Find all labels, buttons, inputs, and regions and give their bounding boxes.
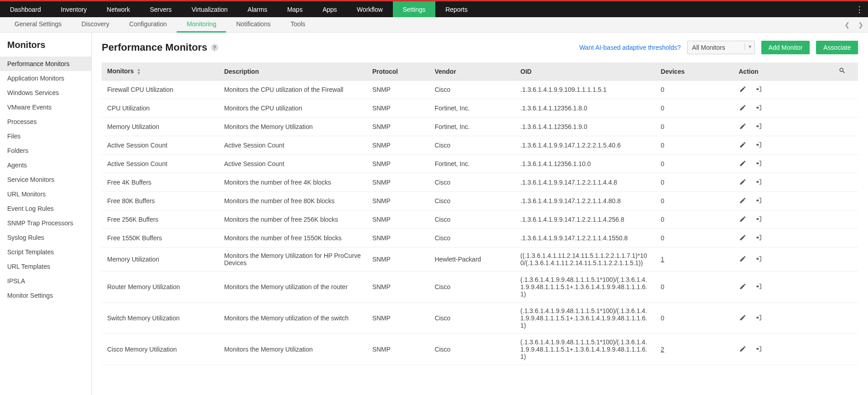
filter-select[interactable]: All Monitors bbox=[687, 41, 755, 54]
sidebar-item-files[interactable]: Files bbox=[0, 129, 91, 143]
cell-devices: 0 bbox=[656, 136, 733, 155]
associate-button[interactable]: Associate bbox=[816, 41, 858, 54]
export-icon[interactable] bbox=[755, 122, 763, 130]
cell-empty bbox=[827, 210, 858, 229]
export-icon[interactable] bbox=[755, 345, 763, 353]
th-monitors[interactable]: Monitors ▲▼ bbox=[102, 62, 219, 81]
edit-icon[interactable] bbox=[739, 255, 747, 263]
sidebar-item-application-monitors[interactable]: Application Monitors bbox=[0, 71, 91, 86]
export-icon[interactable] bbox=[755, 215, 763, 223]
cell-description: Monitors the CPU utilization bbox=[219, 99, 367, 118]
th-search[interactable] bbox=[827, 62, 858, 81]
cell-description: Monitors the number of free 1550K blocks bbox=[219, 229, 367, 247]
sidebar-item-ipsla[interactable]: IPSLA bbox=[0, 274, 91, 288]
ai-thresholds-link[interactable]: Want AI-based adaptive thresholds? bbox=[579, 44, 680, 51]
cell-vendor: Fortinet, Inc. bbox=[429, 99, 515, 118]
topnav-item-reports[interactable]: Reports bbox=[435, 1, 477, 17]
cell-action bbox=[733, 136, 827, 155]
cell-protocol: SNMP bbox=[367, 99, 429, 118]
topnav-item-workflow[interactable]: Workflow bbox=[347, 1, 392, 17]
help-icon[interactable]: ? bbox=[211, 44, 218, 51]
th-vendor[interactable]: Vendor bbox=[429, 62, 515, 81]
sidebar-item-monitor-settings[interactable]: Monitor Settings bbox=[0, 288, 91, 303]
sidebar-item-script-templates[interactable]: Script Templates bbox=[0, 245, 91, 259]
edit-icon[interactable] bbox=[739, 104, 747, 112]
cell-oid: (.1.3.6.1.4.1.9.9.48.1.1.1.5.1*100)/(.1.… bbox=[515, 334, 655, 365]
sidebar-item-service-monitors[interactable]: Service Monitors bbox=[0, 172, 91, 187]
cell-vendor: Hewlett-Packard bbox=[429, 247, 515, 271]
th-devices[interactable]: Devices bbox=[656, 62, 733, 81]
sidebar-item-windows-services[interactable]: Windows Services bbox=[0, 86, 91, 100]
sidebar-item-folders[interactable]: Folders bbox=[0, 143, 91, 158]
edit-icon[interactable] bbox=[739, 178, 747, 186]
topnav-item-maps[interactable]: Maps bbox=[277, 1, 312, 17]
cell-description: Monitors the number of free 80K blocks bbox=[219, 192, 367, 210]
subnav-item-general-settings[interactable]: General Settings bbox=[5, 17, 71, 33]
sidebar-item-syslog-rules[interactable]: Syslog Rules bbox=[0, 230, 91, 245]
sidebar-item-event-log-rules[interactable]: Event Log Rules bbox=[0, 201, 91, 216]
subnav-item-notifications[interactable]: Notifications bbox=[226, 17, 280, 33]
export-icon[interactable] bbox=[755, 104, 763, 112]
cell-empty bbox=[827, 192, 858, 210]
cell-description: Monitors the Memory Utilization for HP P… bbox=[219, 247, 367, 271]
edit-icon[interactable] bbox=[739, 233, 747, 242]
edit-icon[interactable] bbox=[739, 345, 747, 353]
cell-action bbox=[733, 210, 827, 229]
export-icon[interactable] bbox=[755, 314, 763, 322]
export-icon[interactable] bbox=[755, 255, 763, 263]
subnav-item-monitoring[interactable]: Monitoring bbox=[177, 17, 226, 33]
export-icon[interactable] bbox=[755, 282, 763, 290]
sidebar-item-processes[interactable]: Processes bbox=[0, 114, 91, 129]
cell-protocol: SNMP bbox=[367, 136, 429, 155]
th-description[interactable]: Description bbox=[219, 62, 367, 81]
topnav-item-servers[interactable]: Servers bbox=[140, 1, 181, 17]
sidebar-item-url-monitors[interactable]: URL Monitors bbox=[0, 187, 91, 201]
topnav-item-alarms[interactable]: Alarms bbox=[238, 1, 278, 17]
th-oid[interactable]: OID bbox=[515, 62, 655, 81]
sidebar-item-vmware-events[interactable]: VMware Events bbox=[0, 100, 91, 114]
sidebar-item-agents[interactable]: Agents bbox=[0, 158, 91, 172]
kebab-menu-icon[interactable]: ⋮ bbox=[855, 1, 863, 17]
export-icon[interactable] bbox=[755, 233, 763, 242]
chevron-right-icon[interactable]: ❯ bbox=[858, 21, 863, 29]
edit-icon[interactable] bbox=[739, 122, 747, 130]
edit-icon[interactable] bbox=[739, 141, 747, 149]
topnav-item-network[interactable]: Network bbox=[97, 1, 140, 17]
cell-protocol: SNMP bbox=[367, 210, 429, 229]
cell-monitor-name: Free 4K Buffers bbox=[102, 173, 219, 192]
subnav-item-tools[interactable]: Tools bbox=[281, 17, 316, 33]
cell-empty bbox=[827, 247, 858, 271]
cell-protocol: SNMP bbox=[367, 247, 429, 271]
edit-icon[interactable] bbox=[739, 85, 747, 93]
topnav-item-settings[interactable]: Settings bbox=[393, 1, 436, 17]
edit-icon[interactable] bbox=[739, 159, 747, 167]
edit-icon[interactable] bbox=[739, 196, 747, 205]
export-icon[interactable] bbox=[755, 85, 763, 93]
cell-oid: (.1.3.6.1.4.1.9.9.48.1.1.1.5.1*100)/(.1.… bbox=[515, 271, 655, 303]
topnav-item-virtualization[interactable]: Virtualization bbox=[182, 1, 238, 17]
subnav-item-configuration[interactable]: Configuration bbox=[119, 17, 177, 33]
devices-link[interactable]: 2 bbox=[661, 346, 665, 353]
topnav-item-apps[interactable]: Apps bbox=[312, 1, 347, 17]
export-icon[interactable] bbox=[755, 159, 763, 167]
th-action[interactable]: Action bbox=[733, 62, 827, 81]
subnav-item-discovery[interactable]: Discovery bbox=[71, 17, 119, 33]
topnav-item-inventory[interactable]: Inventory bbox=[51, 1, 97, 17]
cell-monitor-name: Free 1550K Buffers bbox=[102, 229, 219, 247]
devices-link[interactable]: 1 bbox=[661, 256, 665, 263]
export-icon[interactable] bbox=[755, 178, 763, 186]
cell-protocol: SNMP bbox=[367, 303, 429, 334]
edit-icon[interactable] bbox=[739, 215, 747, 223]
add-monitor-button[interactable]: Add Monitor bbox=[761, 41, 810, 54]
th-protocol[interactable]: Protocol bbox=[367, 62, 429, 81]
sidebar-item-snmp-trap-processors[interactable]: SNMP Trap Processors bbox=[0, 216, 91, 230]
export-icon[interactable] bbox=[755, 141, 763, 149]
sidebar-item-performance-monitors[interactable]: Performance Monitors bbox=[0, 57, 91, 71]
edit-icon[interactable] bbox=[739, 314, 747, 322]
chevron-left-icon[interactable]: ❮ bbox=[844, 21, 850, 29]
sidebar-item-url-templates[interactable]: URL Templates bbox=[0, 259, 91, 274]
export-icon[interactable] bbox=[755, 196, 763, 205]
topnav-item-dashboard[interactable]: Dashboard bbox=[0, 1, 51, 17]
edit-icon[interactable] bbox=[739, 282, 747, 290]
cell-oid: .1.3.6.1.4.1.9.9.147.1.2.2.1.1.4.4.8 bbox=[515, 173, 655, 192]
